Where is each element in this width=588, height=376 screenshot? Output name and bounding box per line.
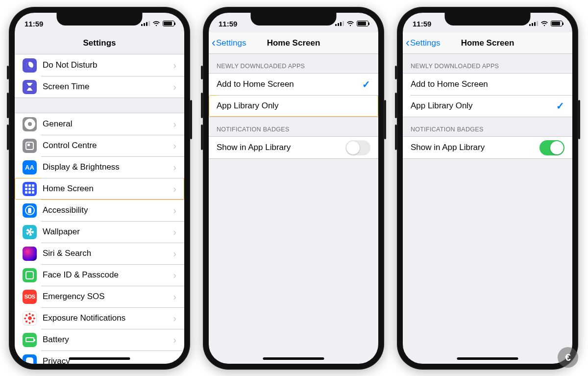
row-label: Wallpaper [43,227,173,237]
option-add-to-home[interactable]: Add to Home Screen ✓ [209,74,378,95]
settings-row-siri[interactable]: Siri & Search› [15,243,184,264]
battery-icon [357,21,368,26]
nav-title: Home Screen [461,38,514,48]
cellular-icon [529,21,538,26]
settings-row-display[interactable]: AADisplay & Brightness› [15,156,184,178]
chevron-right-icon: › [173,270,176,281]
home-indicator[interactable] [263,357,324,360]
settings-list[interactable]: Do Not Disturb›Screen Time› General›Cont… [15,54,184,364]
section-header-downloads: Newly Downloaded Apps [209,54,378,73]
row-label: Face ID & Passcode [43,270,173,280]
watermark-icon: € [558,347,578,368]
chevron-right-icon: › [173,226,176,238]
chevron-right-icon: › [173,162,176,173]
flower-icon [23,225,37,239]
settings-row-sos[interactable]: SOSEmergency SOS› [15,286,184,307]
settings-row-faceid[interactable]: Face ID & Passcode› [15,264,184,286]
chevron-right-icon: › [173,205,176,216]
status-time: 11:59 [24,20,43,28]
settings-row-general[interactable]: General› [15,113,184,135]
cellular-icon [335,21,344,26]
chevron-right-icon: › [173,313,176,324]
sos-icon: SOS [23,290,37,304]
option-add-to-home[interactable]: Add to Home Screen [403,74,572,95]
accessibility-icon [23,203,37,218]
row-label: Control Centre [43,141,173,150]
settings-row-expo[interactable]: Exposure Notifications› [15,307,184,329]
row-label: Do Not Disturb [43,60,173,70]
row-label: General [43,119,173,129]
home-indicator[interactable] [69,357,130,360]
settings-row-access[interactable]: Accessibility› [15,200,184,221]
battery-icon [551,21,563,26]
toggle-show-in-library[interactable] [345,140,370,155]
settings-row-battery[interactable]: Battery› [15,329,184,351]
back-label: Settings [410,38,440,48]
nav-bar: Settings [15,32,184,54]
status-time: 11:59 [413,20,431,28]
row-label: Battery [43,335,173,345]
row-label: Screen Time [43,82,173,92]
back-button[interactable]: ‹ Settings [212,32,246,53]
option-app-library-only[interactable]: App Library Only [209,95,378,117]
chevron-right-icon: › [173,140,176,151]
notch [445,13,531,25]
wifi-icon [152,21,160,26]
chevron-right-icon: › [173,248,176,259]
wifi-icon [540,21,548,26]
settings-row-control[interactable]: Control Centre› [15,135,184,156]
checkmark-icon: ✓ [362,78,370,90]
chevron-right-icon: › [173,60,176,71]
row-show-in-library: Show in App Library [403,137,572,158]
section-header-downloads: Newly Downloaded Apps [403,54,572,73]
row-label: Accessibility [43,205,173,215]
chevron-right-icon: › [173,291,176,302]
toggle-show-in-library[interactable] [539,140,564,155]
chevron-left-icon: ‹ [212,37,216,49]
row-label: Emergency SOS [43,292,173,301]
faceid-icon [23,268,37,282]
exposure-icon [23,311,37,326]
option-app-library-only[interactable]: App Library Only ✓ [403,95,572,117]
home-screen-settings: Newly Downloaded Apps Add to Home Screen… [209,54,378,159]
chevron-right-icon: › [173,81,176,93]
row-show-in-library: Show in App Library [209,137,378,158]
battery-icon [23,333,37,347]
nav-title: Home Screen [267,38,320,48]
chevron-right-icon: › [173,183,176,195]
cellular-icon [141,21,150,26]
text-size-icon: AA [23,160,37,175]
chevron-right-icon: › [173,119,176,130]
row-label: Exposure Notifications [43,313,173,323]
settings-row-screentime[interactable]: Screen Time› [15,76,184,98]
row-label: Home Screen [43,184,173,194]
hourglass-icon [23,80,37,94]
section-header-badges: Notification Badges [209,117,378,136]
chevron-right-icon: › [173,334,176,346]
nav-title: Settings [83,38,116,48]
iphone-frame-3: 11:59 ‹ Settings Home Screen Newly Downl… [397,7,578,370]
notch [251,13,337,25]
switches-icon [23,139,37,153]
nav-bar: ‹ Settings Home Screen [403,32,572,54]
section-header-badges: Notification Badges [403,117,572,136]
nav-bar: ‹ Settings Home Screen [209,32,378,54]
back-button[interactable]: ‹ Settings [406,32,440,53]
iphone-frame-1: 11:59 Settings Do Not Disturb›Screen Tim… [9,7,190,370]
settings-row-home[interactable]: Home Screen› [15,178,184,200]
home-screen-settings: Newly Downloaded Apps Add to Home Screen… [403,54,572,159]
row-label: Display & Brightness [43,162,173,172]
status-time: 11:59 [219,20,237,28]
gear-icon [23,117,37,131]
checkmark-icon: ✓ [556,100,564,112]
back-label: Settings [216,38,246,48]
chevron-right-icon: › [173,356,176,364]
wifi-icon [346,21,354,26]
settings-row-wall[interactable]: Wallpaper› [15,221,184,243]
siri-icon [23,247,37,261]
notch [57,13,143,25]
home-grid-icon [23,182,37,196]
settings-row-dnd[interactable]: Do Not Disturb› [15,54,184,76]
moon-icon [23,58,37,73]
home-indicator[interactable] [457,357,518,360]
